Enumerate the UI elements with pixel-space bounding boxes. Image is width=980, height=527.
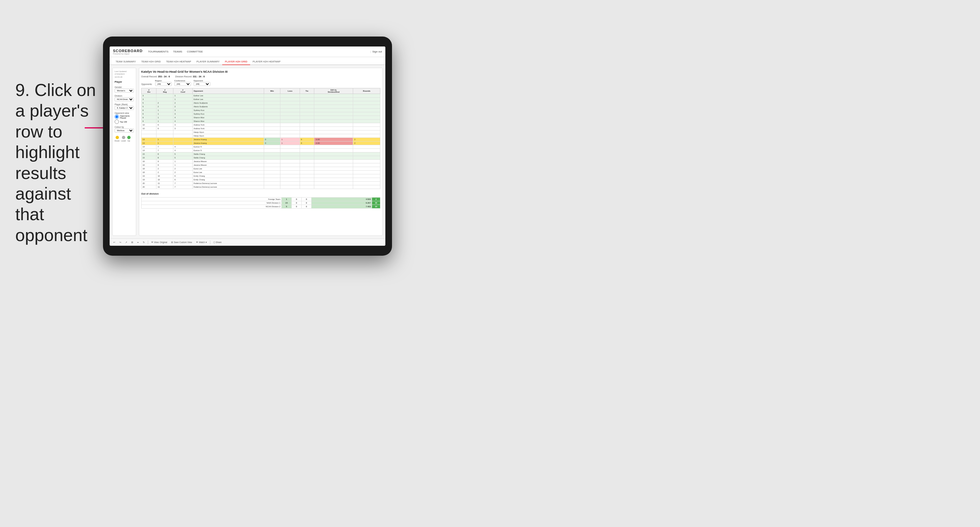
player-rank-select[interactable]: 8. Katelyn Vo [115,106,134,110]
table-cell [300,167,314,171]
table-cell [300,112,314,116]
table-cell [264,127,280,130]
table-cell: Andrea York [192,127,264,130]
table-row[interactable]: 20117Federica Domecq Lacroze [142,185,380,189]
watch-btn[interactable]: 👁 Watch ▾ [195,241,208,244]
gender-select[interactable]: Women's [115,89,134,93]
table-cell [353,101,380,105]
table-cell [264,160,280,163]
table-cell: 15 [142,156,156,160]
table-cell: 2 [156,101,173,105]
nav-committee[interactable]: COMMITTEE [187,49,203,54]
table-row[interactable]: 1691Jessica Mason [142,163,380,167]
main-panel: Katelyn Vo Head-to-Head Grid for Women's… [139,68,383,236]
conference-label: Conference [174,80,191,82]
table-cell: Alexis Sudjianto [192,105,264,109]
sub-nav-team-h2h-heatmap[interactable]: TEAM H2H HEATMAP [164,59,194,65]
table-cell: Andrea York [192,123,264,127]
more-btn[interactable]: •• [136,241,140,244]
table-cell [314,145,353,149]
table-row[interactable]: 1474Eunice Yi [142,149,380,152]
table-cell: 5 [173,152,192,156]
sub-nav-player-summary[interactable]: PLAYER SUMMARY [194,59,222,65]
table-cell [314,178,353,182]
table-cell [314,134,353,138]
copy-btn[interactable]: ⊞ [130,241,134,244]
radio-opponents-played[interactable]: Opponents Played [115,114,134,119]
col-win: Win [264,88,280,94]
radio-top100[interactable]: Top 100 [115,119,134,124]
conference-select[interactable]: (All) [174,82,191,86]
save-custom-view-btn[interactable]: ⊞ Save Custom View [170,241,193,244]
table-row[interactable]: 914Sharon Mun [142,119,380,123]
out-of-division-row[interactable]: NCAA Division 25007.40010 [142,205,380,208]
division-select[interactable]: NCAA Division III [115,97,134,101]
view-original-btn[interactable]: 👁 View: Original [150,241,169,244]
refresh-btn[interactable]: ↻ [142,241,146,244]
sub-nav-player-h2h-heatmap[interactable]: PLAYER H2H HEATMAP [250,59,283,65]
table-cell: 7 [156,145,173,149]
table-row[interactable]: 522Alexis Sudjianto [142,105,380,109]
nav-teams[interactable]: TEAMS [173,49,182,54]
table-cell [300,94,314,98]
table-row[interactable]: Heeju Hyun [142,134,380,138]
undo-btn[interactable]: ↩ [112,241,116,244]
share-btn[interactable]: ⬡ Share [212,241,223,244]
region-filter: Region (All) [155,80,172,86]
table-row[interactable]: 19106Emily Chang [142,178,380,182]
sub-nav-team-h2h-grid[interactable]: TEAM H2H GRID [138,59,164,65]
table-cell: 7 [156,149,173,152]
colour-by-select[interactable]: Win/loss [115,129,134,132]
table-cell [353,156,380,160]
table-cell: Jessica Mason [192,163,264,167]
table-cell [314,105,353,109]
table-cell [173,141,192,145]
out-of-division-row[interactable]: NAIA Division 115009.26730 [142,201,380,205]
table-cell [300,152,314,156]
table-row[interactable]: 1063Andrea York [142,127,380,130]
table-cell: 20 [142,185,156,189]
table-cell: 7 [173,182,192,185]
division-record: Division Record: 331 - 34 - 6 [175,75,205,78]
table-cell [280,178,300,182]
table-cell: Federica Domecq Lacroze [192,182,264,185]
table-cell: 3 [173,109,192,112]
col-diff: Diff AvStrokes/Rnd [314,88,353,94]
table-cell [353,171,380,175]
redo-btn[interactable]: ↪ [118,241,122,244]
out-table-cell: NCAA Division 2 [142,205,282,208]
out-of-division-row[interactable]: Foreign Team1004.5002 [142,198,380,201]
table-cell [353,119,380,123]
nav-tournaments[interactable]: TOURNAMENTS [148,49,169,54]
table-cell: 16 [142,160,156,163]
table-cell: 1 [280,141,300,145]
table-cell [280,149,300,152]
table-cell [264,116,280,119]
table-cell: 5 [173,156,192,160]
table-cell [264,152,280,156]
table-row[interactable]: 131Jessica Huang010-3.002 [142,141,380,145]
col-opponent: Opponent [192,88,264,94]
out-table-cell: NAIA Division 1 [142,201,282,205]
back-btn[interactable]: ↗ [124,241,128,244]
table-cell: 0 [264,138,280,141]
table-cell: 9 [156,163,173,167]
colour-by-label: Colour by [115,126,134,128]
table-cell: 6 [156,127,173,130]
out-of-division-table: Foreign Team1004.5002NAIA Division 11500… [141,197,380,208]
table-row[interactable]: 31Esther Lee [142,98,380,101]
table-cell [353,160,380,163]
opponent-select[interactable]: (All) [194,82,210,86]
table-row[interactable]: 613Sydney Kuo [142,112,380,116]
table-cell [264,123,280,127]
table-cell [264,105,280,109]
sub-nav-team-summary[interactable]: TEAM SUMMARY [113,59,138,65]
region-select[interactable]: (All) [155,82,172,86]
table-cell [173,134,192,138]
table-cell [314,152,353,156]
sub-nav-player-h2h-grid[interactable]: PLAYER H2H GRID [222,59,250,65]
sign-out-link[interactable]: Sign out [372,50,382,53]
table-cell [280,167,300,171]
table-row[interactable]: 1585Stella Chang [142,156,380,160]
table-row[interactable]: 1822Euna Lee [142,171,380,175]
